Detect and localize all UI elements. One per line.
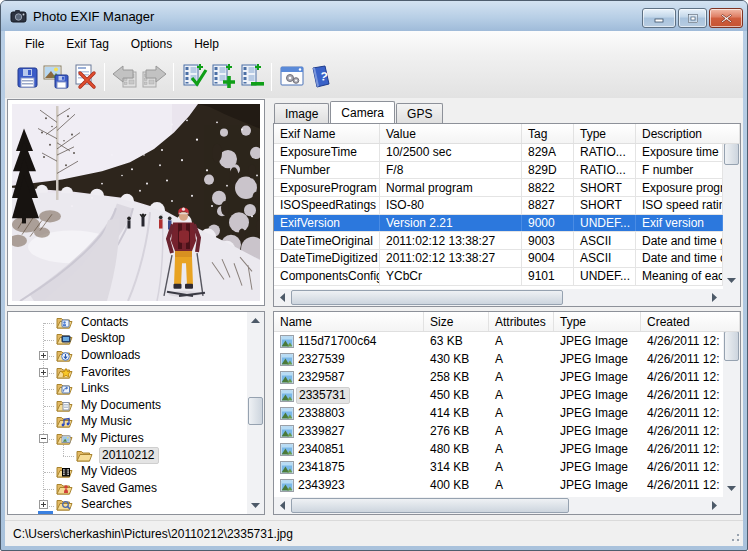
tree-item-my-pictures[interactable]: My Pictures bbox=[8, 430, 247, 447]
exif-column-header[interactable]: Tag bbox=[522, 124, 574, 143]
exif-column-header[interactable]: Type bbox=[574, 124, 636, 143]
tree-item-contacts[interactable]: Contacts bbox=[8, 314, 247, 331]
file-column-header[interactable]: Attributes bbox=[489, 312, 554, 331]
file-cell: 400 KB bbox=[424, 476, 489, 494]
delete-exif-button[interactable] bbox=[71, 61, 99, 93]
file-column-header[interactable]: Size bbox=[424, 312, 489, 331]
tab-gps[interactable]: GPS bbox=[396, 103, 443, 123]
save-button[interactable] bbox=[13, 61, 41, 93]
scroll-thumb[interactable] bbox=[724, 331, 739, 361]
scroll-down-button[interactable] bbox=[723, 480, 740, 497]
expand-icon[interactable] bbox=[39, 368, 48, 377]
exif-row-fnumber[interactable]: FNumberF/8829DRATIO...F number bbox=[274, 162, 723, 180]
save-image-button[interactable] bbox=[42, 61, 70, 93]
exif-check-button[interactable] bbox=[180, 61, 208, 93]
exif-row-datetimeoriginal[interactable]: DateTimeOriginal2011:02:12 13:38:279003A… bbox=[274, 232, 723, 250]
exif-cell: FNumber bbox=[274, 162, 380, 179]
scroll-right-button[interactable] bbox=[706, 497, 723, 514]
expand-icon[interactable] bbox=[39, 351, 48, 360]
file-cell: JPEG Image bbox=[554, 404, 641, 422]
file-name: 2339827 bbox=[298, 424, 345, 438]
file-column-header[interactable]: Name bbox=[274, 312, 424, 331]
file-cell: A bbox=[489, 422, 554, 440]
tree-item-saved-games[interactable]: Saved Games bbox=[8, 480, 247, 497]
image-file-icon bbox=[280, 425, 294, 438]
file-row-2339827[interactable]: 2339827276 KBAJPEG Image4/26/2011 12: bbox=[274, 422, 723, 440]
file-row-2335731[interactable]: 2335731450 KBAJPEG Image4/26/2011 12: bbox=[274, 386, 723, 404]
file-cell: 4/26/2011 12: bbox=[641, 458, 723, 476]
menu-file[interactable]: File bbox=[14, 33, 55, 55]
scroll-thumb[interactable] bbox=[291, 290, 563, 305]
scroll-left-button[interactable] bbox=[274, 289, 291, 306]
exif-row-isospeedratings[interactable]: ISOSpeedRatingsISO-808827SHORTISO speed … bbox=[274, 197, 723, 215]
collapse-icon[interactable] bbox=[39, 434, 48, 443]
tab-camera[interactable]: Camera bbox=[330, 101, 395, 123]
file-name: 2335731 bbox=[296, 387, 350, 404]
menubar: FileExif TagOptionsHelp bbox=[5, 31, 743, 56]
files-horizontal-scrollbar[interactable] bbox=[274, 497, 723, 514]
tree-item-my-videos[interactable]: My Videos bbox=[8, 463, 247, 480]
scroll-down-button[interactable] bbox=[723, 272, 740, 289]
exif-vertical-scrollbar[interactable] bbox=[723, 124, 740, 289]
file-row-2340851[interactable]: 2340851480 KBAJPEG Image4/26/2011 12: bbox=[274, 440, 723, 458]
tab-image[interactable]: Image bbox=[274, 103, 329, 123]
exif-row-exposuretime[interactable]: ExposureTime10/2500 sec829ARATIO...Expos… bbox=[274, 144, 723, 162]
scroll-left-button[interactable] bbox=[274, 497, 291, 514]
tree-item-links[interactable]: Links bbox=[8, 380, 247, 397]
close-button[interactable] bbox=[709, 8, 743, 28]
file-row-2329587[interactable]: 2329587258 KBAJPEG Image4/26/2011 12: bbox=[274, 368, 723, 386]
file-name: 2338803 bbox=[298, 406, 345, 420]
back-button[interactable] bbox=[111, 61, 139, 93]
scroll-down-button[interactable] bbox=[247, 497, 264, 514]
tree-item-favorites[interactable]: Favorites bbox=[8, 364, 247, 381]
scroll-up-button[interactable] bbox=[247, 312, 264, 329]
image-file-icon bbox=[280, 335, 294, 348]
tree-item-20110212[interactable]: 20110212 bbox=[8, 447, 247, 464]
maximize-button[interactable] bbox=[678, 8, 707, 28]
tree-item-my-music[interactable]: My Music bbox=[8, 414, 247, 431]
file-column-header[interactable]: Type bbox=[554, 312, 641, 331]
exif-column-header[interactable]: Description bbox=[636, 124, 740, 143]
tree-item-label: My Pictures bbox=[79, 431, 147, 446]
resize-grip[interactable] bbox=[728, 530, 741, 543]
tree-item-downloads[interactable]: Downloads bbox=[8, 347, 247, 364]
tree-item-searches[interactable]: Searches bbox=[8, 497, 247, 514]
toolbar-separator bbox=[104, 63, 105, 91]
file-row-2341875[interactable]: 2341875314 KBAJPEG Image4/26/2011 12: bbox=[274, 458, 723, 476]
exif-cell: ASCII bbox=[574, 232, 636, 249]
options-window-button[interactable] bbox=[278, 61, 306, 93]
exif-column-header[interactable]: Exif Name bbox=[274, 124, 380, 143]
exif-row-exifversion[interactable]: ExifVersionVersion 2.219000UNDEF...Exif … bbox=[274, 215, 723, 233]
scroll-thumb[interactable] bbox=[724, 143, 739, 165]
scroll-right-button[interactable] bbox=[706, 289, 723, 306]
exif-row-datetimedigitized[interactable]: DateTimeDigitized2011:02:12 13:38:279004… bbox=[274, 250, 723, 268]
menu-options[interactable]: Options bbox=[120, 33, 183, 55]
exif-row-exposureprogram[interactable]: ExposureProgramNormal program8822SHORTEx… bbox=[274, 179, 723, 197]
forward-button[interactable] bbox=[140, 61, 168, 93]
file-row-2343923[interactable]: 2343923400 KBAJPEG Image4/26/2011 12: bbox=[274, 476, 723, 494]
tree-item-label: Downloads bbox=[79, 348, 143, 363]
exif-add-button[interactable] bbox=[209, 61, 237, 93]
file-row-2338803[interactable]: 2338803414 KBAJPEG Image4/26/2011 12: bbox=[274, 404, 723, 422]
file-row-115d71700c64[interactable]: 115d71700c6463 KBAJPEG Image4/26/2011 12… bbox=[274, 332, 723, 350]
file-column-header[interactable]: Created bbox=[641, 312, 740, 331]
file-cell: A bbox=[489, 476, 554, 494]
file-row-2327539[interactable]: 2327539430 KBAJPEG Image4/26/2011 12: bbox=[274, 350, 723, 368]
exif-remove-button[interactable] bbox=[238, 61, 266, 93]
downloads-icon bbox=[56, 348, 73, 363]
files-vertical-scrollbar[interactable] bbox=[723, 312, 740, 497]
exif-column-header[interactable]: Value bbox=[380, 124, 522, 143]
menu-exif-tag[interactable]: Exif Tag bbox=[55, 33, 119, 55]
menu-help[interactable]: Help bbox=[183, 33, 230, 55]
expand-icon[interactable] bbox=[39, 500, 48, 509]
exif-horizontal-scrollbar[interactable] bbox=[274, 289, 723, 306]
tree-item-my-documents[interactable]: My Documents bbox=[8, 397, 247, 414]
app-icon bbox=[10, 9, 27, 24]
minimize-button[interactable] bbox=[642, 8, 676, 28]
help-book-button[interactable]: ? bbox=[307, 61, 335, 93]
scroll-thumb[interactable] bbox=[291, 498, 569, 513]
exif-row-componentsconfig[interactable]: ComponentsConfig...YCbCr9101UNDEF...Mean… bbox=[274, 268, 723, 286]
scroll-thumb[interactable] bbox=[248, 397, 263, 425]
tree-vertical-scrollbar[interactable] bbox=[247, 312, 264, 514]
tree-item-desktop[interactable]: Desktop bbox=[8, 331, 247, 348]
